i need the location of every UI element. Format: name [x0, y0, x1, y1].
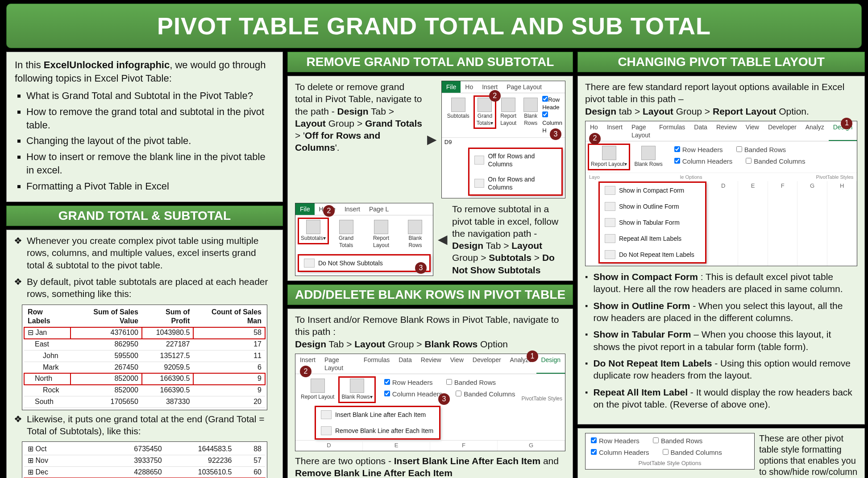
opts-lbl: le Options — [680, 174, 702, 180]
file-tab[interactable]: File — [442, 81, 461, 93]
tab-review[interactable]: Review — [712, 121, 741, 141]
grand-box: Whenever you create complex pivot table … — [6, 230, 283, 478]
do-not-show-subtotals[interactable]: Do Not Show Subtotals — [299, 255, 430, 271]
arrow-right-icon: ▶ — [427, 132, 437, 148]
remove-p1: To delete or remove grand total in Pivot… — [295, 81, 423, 198]
tab-page layout[interactable]: Page Layout — [627, 121, 655, 141]
row-headers-ck[interactable] — [384, 379, 390, 385]
layout-bullet: Repeat All Item Label - It would display… — [585, 386, 857, 411]
blank-rows-ribbon: 2 1 3 InsertPage LayoutFormulasDataRevie… — [295, 354, 565, 451]
insert-blank-line[interactable]: Insert Blank Line after Each Item — [316, 407, 440, 423]
layout-bullet: Show in Outline Form - When you select t… — [585, 300, 857, 324]
grand-totals-ribbon: 2 3 File Ho Insert Page Layout Subtotals… — [441, 81, 565, 198]
report-layout-btn-3[interactable]: Report Layout — [298, 377, 337, 403]
style-note: These are other pivot table style format… — [759, 433, 857, 478]
insert-tab-2[interactable]: Insert — [340, 203, 365, 215]
so-label: PivotTable Style Options — [587, 460, 752, 467]
blank-title: ADD/DELETE BLANK ROWS IN PIVOT TABLE — [287, 284, 573, 305]
grand-p3: Likewise, it puts one grand total at the… — [14, 413, 275, 437]
on-rows-cols[interactable]: On for Rows and Columns — [469, 172, 562, 195]
intro-item: Formatting a Pivot Table in Excel — [26, 180, 274, 193]
layout-opt[interactable]: Show in Compact Form — [599, 182, 706, 198]
banded-cols-ck[interactable] — [456, 391, 461, 396]
page-title-bar: PIVOT TABLE GRAND TOTAL AND SUB TOTAL — [6, 4, 862, 48]
grand-p1: Whenever you create complex pivot table … — [14, 235, 275, 271]
subtotals-btn-2[interactable]: Subtotals▾ — [298, 218, 328, 244]
layout-opt[interactable]: Do Not Repeat Item Labels — [599, 247, 706, 263]
blank-rows-btn-2[interactable]: Blank Rows — [400, 218, 430, 251]
layout-opt[interactable]: Show in Outline Form — [599, 198, 706, 214]
layout-opt[interactable]: Repeat All Item Labels — [599, 231, 706, 247]
banded-rows-ck[interactable] — [446, 379, 452, 385]
arrow-left-icon: ◀ — [438, 231, 448, 247]
pagel-tab-2[interactable]: Page L — [365, 203, 393, 215]
tab-developer[interactable]: Developer — [468, 354, 506, 374]
intro-item: How to remove the grand total and subtot… — [26, 105, 274, 132]
tab-formulas[interactable]: Formulas — [655, 121, 689, 141]
grand-title: GRAND TOTAL & SUBTOTAL — [6, 206, 283, 226]
blank-box: To Insert and/or Remove Blank Rows in Pi… — [287, 309, 573, 478]
row-headers-check[interactable] — [542, 96, 548, 102]
grand-totals-btn-2[interactable]: Grand Totals — [330, 218, 362, 251]
tab-page layout[interactable]: Page Layout — [320, 354, 359, 374]
home-tab[interactable]: Ho — [461, 81, 478, 93]
tab-data[interactable]: Data — [689, 121, 712, 141]
col-h-ck[interactable] — [674, 158, 680, 164]
banded-c-ck[interactable] — [746, 158, 752, 164]
tab-insert[interactable]: Insert — [602, 121, 627, 141]
styles-lbl: PivotTable Styles — [816, 174, 854, 180]
intro-item: What is Grand Total and Subtotal in the … — [26, 89, 274, 103]
report-layout-btn-2[interactable]: Report Layout — [364, 218, 399, 251]
report-layout-btn[interactable]: Report Layout — [498, 96, 519, 128]
banded-r-ck[interactable] — [736, 146, 742, 152]
intro-lead: In this ExcelUnlocked infographic, we wo… — [15, 58, 274, 85]
file-tab-2[interactable]: File — [295, 203, 315, 215]
style-opts-box: Row HeadersBanded Rows Column HeadersBan… — [577, 428, 865, 478]
subtotals-btn[interactable]: Subtotals — [444, 96, 472, 122]
blank-rows-btn-4[interactable]: Blank Rows — [631, 144, 665, 170]
remove-title: REMOVE GRAND TOTAL AND SUBTOTAL — [287, 52, 573, 72]
tab-data[interactable]: Data — [394, 354, 416, 374]
remove-blank-line[interactable]: Remove Blank Line after Each Item — [316, 423, 440, 439]
grandtotal-example-table: ⊞ Oct67354501644583.588⊞ Nov393375092223… — [24, 444, 265, 478]
off-rows-cols[interactable]: Off for Rows and Columns — [469, 148, 562, 172]
so-row-h[interactable] — [591, 437, 597, 443]
tab-developer[interactable]: Developer — [764, 121, 801, 141]
tab-formulas[interactable]: Formulas — [359, 354, 394, 374]
cell-ref: D9 — [442, 137, 565, 147]
layout-bullet: Show in Compact Form : This is default e… — [585, 271, 857, 295]
remove-p2: To remove subtotal in a pivot table in e… — [452, 203, 565, 276]
layout-p1: There are few standard report layout opt… — [585, 81, 857, 117]
tab-view[interactable]: View — [446, 354, 468, 374]
layout-bullet: Show in Tabular Form – When you choose t… — [585, 328, 857, 353]
col-headers-ck[interactable] — [384, 391, 390, 396]
row-h-ck[interactable] — [674, 146, 680, 152]
tab-review[interactable]: Review — [416, 354, 446, 374]
tab-design[interactable]: Design — [536, 354, 565, 374]
intro-item: How to insert or remove the blank line i… — [26, 150, 274, 177]
layout-opt[interactable]: Show in Tabular Form — [599, 214, 706, 231]
badge-3c: 3 — [438, 393, 450, 405]
badge-2: 2 — [489, 90, 501, 102]
tab-view[interactable]: View — [741, 121, 764, 141]
so-banded-r[interactable] — [653, 437, 659, 443]
blank-p2: There are two options - Insert Blank Lin… — [295, 455, 565, 478]
col-headers-check[interactable] — [542, 111, 548, 117]
badge-3: 3 — [550, 128, 561, 140]
pagelayout-tab[interactable]: Page Layout — [502, 81, 546, 93]
report-layout-ribbon: 1 2 HoInsertPage LayoutFormulasDataRevie… — [585, 121, 857, 266]
badge-2c: 2 — [300, 366, 311, 377]
so-banded-c[interactable] — [663, 449, 669, 455]
tab-analyz[interactable]: Analyz — [801, 121, 829, 141]
blank-rows-btn[interactable]: Blank Rows — [521, 96, 540, 128]
subtotal-example-table: Row LabelsSum of Sales ValueSum of Profi… — [24, 307, 265, 408]
report-layout-btn-4[interactable]: Report Layout▾ — [588, 144, 630, 170]
layout-box: There are few standard report layout opt… — [577, 76, 865, 424]
blank-p1: To Insert and/or Remove Blank Rows in Pi… — [295, 313, 565, 350]
style-opts-panel: Row HeadersBanded Rows Column HeadersBan… — [585, 433, 755, 470]
layout-title: CHANGING PIVOT TABLE LAYOUT — [577, 52, 865, 72]
so-col-h[interactable] — [591, 449, 597, 455]
blank-rows-btn-3[interactable]: Blank Rows▾ — [339, 377, 375, 403]
intro-list: What is Grand Total and Subtotal in the … — [26, 89, 274, 193]
grand-p2: By default, pivot table subtotals are pl… — [14, 276, 275, 300]
